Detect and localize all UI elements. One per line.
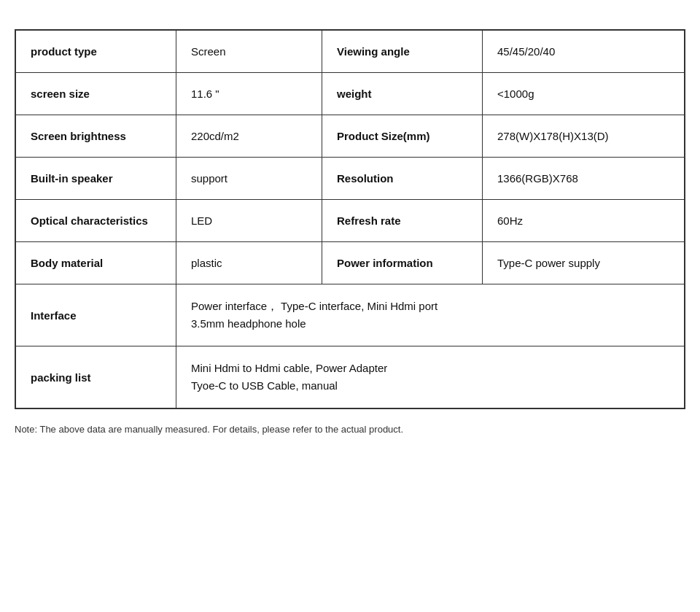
row-value-wide: Power interface， Type-C interface, Mini …	[176, 284, 685, 346]
row-value-right: Type-C power supply	[483, 242, 685, 284]
row-value-left: plastic	[176, 242, 322, 284]
row-label-left: product type	[16, 31, 176, 73]
row-value-left: 220cd/m2	[176, 115, 322, 158]
row-value-right: 1366(RGB)X768	[483, 158, 685, 200]
table-row: InterfacePower interface， Type-C interfa…	[16, 284, 685, 346]
note-text: Note: The above data are manually measur…	[15, 424, 685, 435]
table-row: Body materialplasticPower informationTyp…	[16, 242, 685, 284]
row-value-right: <1000g	[483, 73, 685, 115]
specs-table-container: product typeScreenViewing angle45/45/20/…	[15, 29, 685, 409]
row-label-right: Product Size(mm)	[322, 115, 483, 158]
row-label-left: Body material	[16, 242, 176, 284]
row-label-left: Optical characteristics	[16, 200, 176, 242]
table-row: Screen brightness220cd/m2Product Size(mm…	[16, 115, 685, 158]
row-label-left: screen size	[16, 73, 176, 115]
row-value-left: Screen	[176, 31, 322, 73]
row-label-right: Resolution	[322, 158, 483, 200]
row-label-right: Refresh rate	[322, 200, 483, 242]
table-row: Optical characteristicsLEDRefresh rate60…	[16, 200, 685, 242]
row-label-right: weight	[322, 73, 483, 115]
table-row: product typeScreenViewing angle45/45/20/…	[16, 31, 685, 73]
row-label-wide: Interface	[16, 284, 176, 346]
row-value-right: 60Hz	[483, 200, 685, 242]
row-label-left: Built-in speaker	[16, 158, 176, 200]
row-label-right: Power information	[322, 242, 483, 284]
row-value-wide: Mini Hdmi to Hdmi cable, Power AdapterTy…	[176, 346, 685, 408]
table-row: screen size11.6 "weight<1000g	[16, 73, 685, 115]
table-row: packing listMini Hdmi to Hdmi cable, Pow…	[16, 346, 685, 408]
row-value-left: LED	[176, 200, 322, 242]
row-label-right: Viewing angle	[322, 31, 483, 73]
row-value-left: 11.6 "	[176, 73, 322, 115]
row-label-left: Screen brightness	[16, 115, 176, 158]
row-value-left: support	[176, 158, 322, 200]
specs-table: product typeScreenViewing angle45/45/20/…	[15, 30, 685, 408]
row-value-right: 278(W)X178(H)X13(D)	[483, 115, 685, 158]
row-value-right: 45/45/20/40	[483, 31, 685, 73]
table-row: Built-in speakersupportResolution1366(RG…	[16, 158, 685, 200]
row-label-wide: packing list	[16, 346, 176, 408]
